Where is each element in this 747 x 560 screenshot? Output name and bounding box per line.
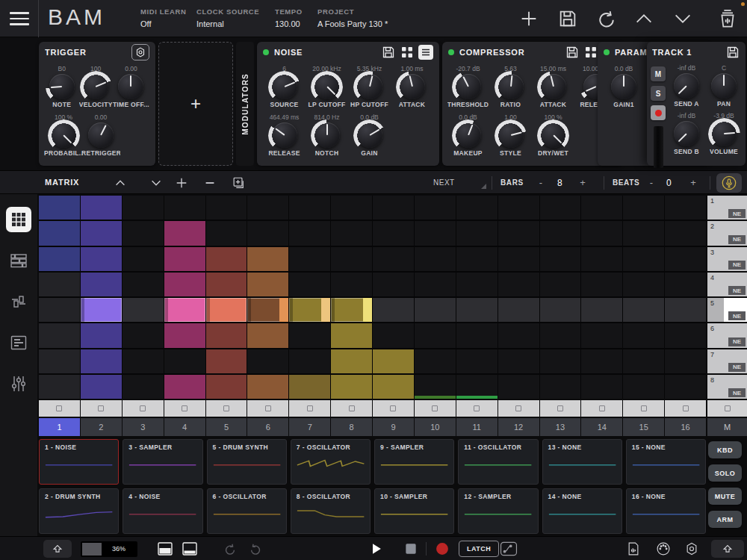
clip-cell-r3c16[interactable] bbox=[665, 247, 706, 271]
knob-dial[interactable] bbox=[118, 74, 143, 99]
view-matrix-icon[interactable] bbox=[6, 207, 31, 232]
clip-cell-r4c12[interactable] bbox=[498, 273, 539, 296]
bars-minus-button[interactable]: - bbox=[535, 177, 547, 189]
clip-cell-r4c6[interactable] bbox=[247, 273, 288, 296]
clip-cell-r4c13[interactable] bbox=[540, 273, 581, 296]
clip-cell-r5c15[interactable] bbox=[623, 298, 664, 322]
clip-cell-r6c4[interactable] bbox=[164, 323, 205, 347]
clip-cell-r1c12[interactable] bbox=[498, 196, 539, 220]
clip-cell-r3c15[interactable] bbox=[623, 247, 664, 271]
knob-dial[interactable] bbox=[456, 74, 481, 99]
clip-cell-r6c14[interactable] bbox=[581, 323, 622, 347]
view-mixer-icon[interactable] bbox=[6, 371, 31, 396]
track-number-4[interactable]: 4 bbox=[164, 418, 205, 436]
track-number-10[interactable]: 10 bbox=[415, 418, 456, 436]
clip-cell-r6c3[interactable] bbox=[123, 323, 164, 347]
knob-retrigger[interactable]: 0.00RETRIGGER bbox=[82, 113, 120, 157]
knob-dial[interactable] bbox=[357, 122, 382, 148]
knob-dial[interactable] bbox=[541, 122, 566, 148]
clip-cell-r7c1[interactable] bbox=[39, 349, 80, 373]
knob-attack[interactable]: 1.00 msATTACK bbox=[391, 65, 433, 108]
track-checkbox-12[interactable] bbox=[498, 400, 539, 417]
track-checkbox-13[interactable] bbox=[540, 400, 581, 417]
clip-cell-r2c8[interactable] bbox=[331, 221, 372, 245]
scene-next-badge[interactable]: NE bbox=[728, 286, 746, 295]
knob-dry-wet[interactable]: 100 %DRY/WET bbox=[532, 113, 574, 157]
clip-cell-r2c12[interactable] bbox=[498, 221, 539, 245]
knob-dial[interactable] bbox=[51, 122, 76, 148]
knob-dial[interactable] bbox=[498, 74, 524, 99]
knob-hp-cutoff[interactable]: 5.35 kHzHP CUTOFF bbox=[348, 65, 391, 108]
clip-cell-r2c11[interactable] bbox=[456, 221, 498, 245]
clip-cell-r2c13[interactable] bbox=[540, 221, 581, 245]
clip-cell-r3c7[interactable] bbox=[289, 247, 330, 271]
master-checkbox-cell[interactable] bbox=[707, 400, 747, 417]
arm-button[interactable]: ARM bbox=[708, 511, 742, 528]
midi-learn-field[interactable]: MIDI LEARN Off bbox=[140, 7, 186, 28]
undo-icon[interactable] bbox=[596, 8, 617, 29]
view-arranger-icon[interactable] bbox=[6, 330, 31, 355]
track-checkbox-3[interactable] bbox=[123, 400, 164, 417]
save-icon[interactable] bbox=[565, 45, 580, 60]
trash-record-icon[interactable] bbox=[716, 8, 740, 29]
track-checkbox-5[interactable] bbox=[206, 400, 247, 417]
clip-cell-r8c15[interactable] bbox=[623, 375, 664, 399]
track-checkbox-16[interactable] bbox=[665, 400, 706, 417]
clip-cell-r5c2[interactable] bbox=[81, 298, 122, 322]
panel-top-toggle-icon[interactable] bbox=[157, 541, 173, 556]
track-number-8[interactable]: 8 bbox=[331, 418, 372, 436]
clip-cell-r7c9[interactable] bbox=[373, 349, 414, 373]
clip-cell-r2c6[interactable] bbox=[247, 221, 288, 245]
knob-source[interactable]: 6SOURCE bbox=[263, 65, 306, 108]
clip-cell-r8c11[interactable] bbox=[456, 375, 498, 399]
track-panel-header[interactable]: TRACK 1 bbox=[647, 42, 746, 63]
clip-cell-r7c5[interactable] bbox=[206, 349, 247, 373]
clip-cell-r7c12[interactable] bbox=[498, 349, 539, 373]
track-checkbox-2[interactable] bbox=[81, 400, 122, 417]
clip-cell-r5c4[interactable] bbox=[164, 298, 205, 322]
knob-style[interactable]: 1.00STYLE bbox=[489, 113, 532, 157]
clip-cell-r4c3[interactable] bbox=[123, 273, 164, 296]
track-checkbox-14[interactable] bbox=[581, 400, 622, 417]
knob-notch[interactable]: 814.0 HzNOTCH bbox=[306, 113, 348, 157]
clip-cell-r3c4[interactable] bbox=[164, 247, 205, 271]
clip-cell-r2c9[interactable] bbox=[373, 221, 414, 245]
kbd-button[interactable]: KBD bbox=[708, 441, 742, 458]
track-card-6-oscillator[interactable]: 6 - OSCILLATOR bbox=[207, 488, 287, 534]
knob-attack[interactable]: 15.00 msATTACK bbox=[532, 65, 574, 108]
clip-cell-r3c9[interactable] bbox=[373, 247, 414, 271]
track-checkbox-8[interactable] bbox=[331, 400, 372, 417]
scene-next-badge[interactable]: NE bbox=[728, 363, 746, 372]
record-arm-button[interactable] bbox=[651, 105, 666, 120]
collapse-up-icon[interactable] bbox=[633, 8, 654, 29]
knob-dial[interactable] bbox=[674, 73, 699, 99]
track-checkbox-1[interactable] bbox=[39, 400, 80, 417]
track-card-15-none[interactable]: 15 - NONE bbox=[626, 439, 706, 485]
knob-time-off[interactable]: 0.00TIME OFF... bbox=[113, 65, 149, 108]
clip-cell-r2c2[interactable] bbox=[81, 221, 122, 245]
next-quantize-dropdown[interactable]: NEXT bbox=[430, 175, 488, 191]
clip-cell-r6c12[interactable] bbox=[498, 323, 539, 347]
clip-cell-r8c16[interactable] bbox=[665, 375, 706, 399]
clip-cell-r4c15[interactable] bbox=[623, 273, 664, 296]
knob-note[interactable]: B0NOTE bbox=[45, 65, 78, 108]
scene-next-badge[interactable]: NE bbox=[728, 337, 746, 346]
remove-row-icon[interactable] bbox=[203, 176, 217, 190]
clip-cell-r1c7[interactable] bbox=[289, 196, 330, 220]
clip-cell-r4c16[interactable] bbox=[665, 273, 706, 296]
track-number-16[interactable]: 16 bbox=[665, 418, 706, 436]
track-card-11-oscillator[interactable]: 11 - OSCILLATOR bbox=[458, 439, 538, 485]
clip-cell-r1c16[interactable] bbox=[665, 196, 706, 220]
track-card-13-none[interactable]: 13 - NONE bbox=[542, 439, 622, 485]
scene-row-6[interactable]: 6NE bbox=[707, 323, 747, 347]
scene-next-badge[interactable]: NE bbox=[728, 261, 746, 270]
clip-cell-r2c5[interactable] bbox=[206, 221, 247, 245]
clip-cell-r2c10[interactable] bbox=[415, 221, 456, 245]
clip-cell-r3c11[interactable] bbox=[456, 247, 498, 271]
clip-cell-r7c8[interactable] bbox=[331, 349, 372, 373]
clip-cell-r7c2[interactable] bbox=[81, 349, 122, 373]
clip-cell-r6c9[interactable] bbox=[373, 323, 414, 347]
play-button[interactable] bbox=[369, 541, 384, 556]
latch-button[interactable]: LATCH bbox=[459, 541, 499, 557]
clip-cell-r8c4[interactable] bbox=[164, 375, 205, 399]
